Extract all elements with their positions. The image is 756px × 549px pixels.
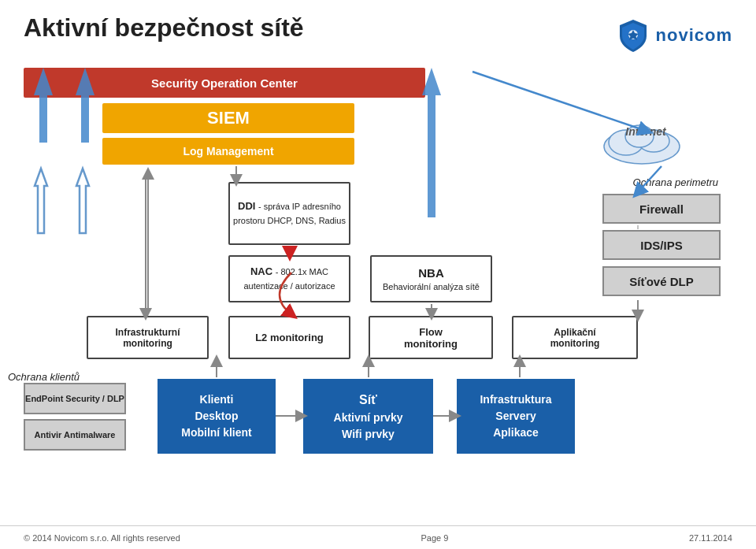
flow-monitoring-box: Flow monitoring [369, 316, 493, 359]
ddi-box: DDI - správa IP adresního prostoru DHCP,… [228, 182, 350, 245]
footer-page: Page 9 [421, 533, 448, 543]
antivir-box: Antivir Antimalware [24, 419, 126, 451]
sit-box: Síť Aktivní prvky Wifi prvky [303, 379, 433, 454]
infrastruktura-box: Infrastruktura Servery Aplikace [457, 379, 575, 454]
cloud-icon [598, 111, 693, 166]
l2-monitoring-box: L2 monitoring [228, 316, 350, 359]
footer-date: 27.11.2014 [689, 533, 732, 543]
klienti-box: Klienti Desktop Mobilní klient [158, 379, 276, 454]
footer: © 2014 Novicom s.r.o. All rights reserve… [0, 525, 756, 549]
endpoint-box: EndPoint Security / DLP [24, 383, 126, 414]
siem-bar: SIEM [102, 103, 354, 133]
logo-text: novicom [656, 25, 732, 46]
sitove-dlp-box: Síťové DLP [602, 266, 721, 296]
app-monitoring-box: Aplikační monitoring [512, 316, 638, 359]
logo-shield-icon [615, 17, 651, 54]
svg-marker-8 [35, 169, 47, 233]
internet-cloud: Internet [598, 111, 693, 166]
nac-box: NAC - 802.1x MAC autentizace / autorizac… [228, 255, 350, 302]
header: Aktivní bezpečnost sítě novicom [0, 0, 756, 54]
nac-title: NAC - 802.1x MAC autentizace / autorizac… [230, 265, 349, 293]
infra-monitoring-box: Infrastrukturní monitoring [87, 316, 209, 359]
idsips-box: IDS/IPS [602, 230, 721, 260]
footer-copyright: © 2014 Novicom s.r.o. All rights reserve… [24, 533, 180, 543]
page-title: Aktivní bezpečnost sítě [24, 14, 304, 42]
nba-box: NBA Behaviorální analýza sítě [370, 255, 492, 302]
internet-label: Internet [598, 125, 693, 138]
nba-subtitle: Behaviorální analýza sítě [383, 281, 480, 293]
ddi-title: DDI - správa IP adresního prostoru DHCP,… [230, 199, 349, 228]
diagram: Security Operation Center SIEM Log Manag… [0, 60, 756, 525]
log-management-bar: Log Management [102, 138, 354, 165]
svg-marker-9 [76, 169, 89, 233]
ochrana-perimetru-label: Ochrana perimetru [633, 176, 718, 188]
ochrana-klientu-label: Ochrana klientů [8, 371, 80, 383]
firewall-box: Firewall [602, 194, 721, 224]
logo-area: novicom [615, 17, 732, 54]
soc-bar: Security Operation Center [24, 68, 425, 98]
nba-title: NBA [418, 265, 444, 281]
